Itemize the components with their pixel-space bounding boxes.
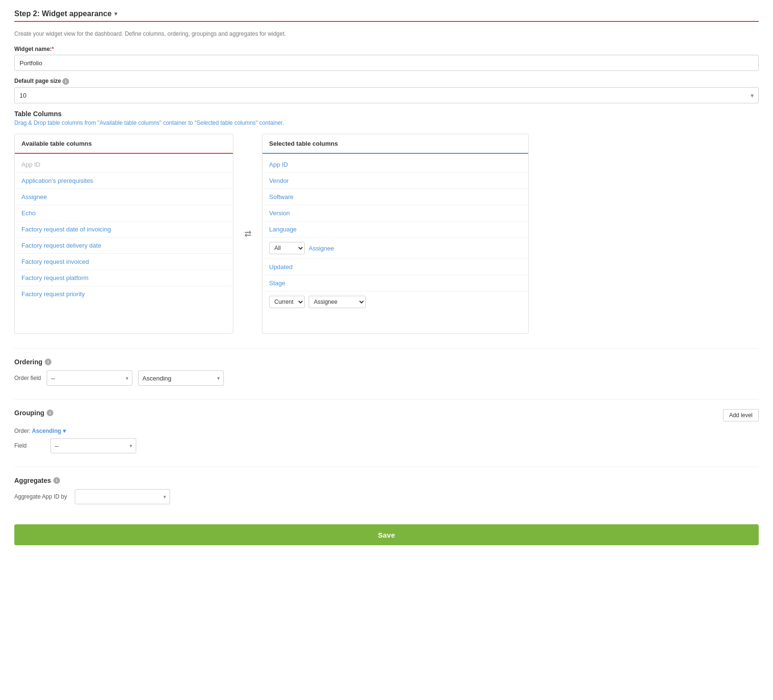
list-item-with-dropdown[interactable]: All Current Assignee [262,238,528,259]
list-item-current-assignee[interactable]: Current All Assignee [262,291,528,312]
grouping-header: Grouping i Add level [14,409,759,421]
grouping-field-label: Field [14,442,43,449]
widget-name-field: Widget name:* [14,46,759,78]
order-field-select[interactable]: -- [47,370,132,386]
ordering-info-icon: i [45,359,51,365]
header-divider [14,21,759,22]
widget-name-label: Widget name:* [14,46,759,52]
save-bar: Save [14,518,759,545]
aggregates-info-icon: i [53,477,60,484]
columns-panels-wrapper: Available table columns App ID Applicati… [14,134,759,334]
aggregate-select[interactable] [75,489,170,504]
order-field-label: Order field [14,375,41,381]
list-item[interactable]: Software [262,189,528,205]
required-marker: * [52,46,54,52]
step-title: Step 2: Widget appearance [14,10,111,18]
order-direction-select[interactable]: Ascending Descending [138,370,224,386]
list-item[interactable]: Updated [262,259,528,275]
table-columns-section: Table Columns Drag & Drop table columns … [14,110,759,334]
order-badge-label: Order: [14,428,30,434]
selected-columns-header: Selected table columns [262,134,528,154]
available-columns-panel: Available table columns App ID Applicati… [14,134,233,334]
grouping-section: Grouping i Add level Order: Ascending ▾ … [14,409,759,453]
selected-columns-panel: Selected table columns App ID Vendor Sof… [262,134,529,334]
default-page-size-label: Default page size i [14,78,759,85]
add-level-button[interactable]: Add level [723,409,759,421]
order-direction-select-wrapper: Ascending Descending ▾ [138,370,224,386]
transfer-icon: ⇄ [233,229,262,239]
list-item[interactable]: Vendor [262,173,528,189]
list-item[interactable]: Assignee [15,189,233,205]
widget-name-input[interactable] [14,55,759,71]
divider-1 [14,348,759,349]
list-item[interactable]: Version [262,205,528,221]
grouping-title: Grouping i [14,409,53,417]
order-badge: Order: Ascending ▾ [14,428,66,434]
chevron-icon: ▾ [114,10,117,17]
table-columns-title: Table Columns [14,110,759,118]
aggregate-label: Aggregate App ID by [14,493,67,500]
grouping-info-icon: i [47,410,53,416]
step-header: Step 2: Widget appearance ▾ [14,10,759,18]
assignee-filter-select-2[interactable]: Current All [269,296,305,308]
page-subtitle: Create your widget view for the dashboar… [14,30,759,37]
list-item[interactable]: App ID [262,157,528,173]
divider-2 [14,399,759,400]
list-item[interactable]: Language [262,221,528,238]
list-item[interactable]: App ID [15,157,233,173]
page-size-select-wrapper: 10 5 20 50 100 ▾ [14,87,759,103]
page-size-select[interactable]: 10 5 20 50 100 [14,87,759,103]
selected-columns-list: App ID Vendor Software Version Language … [262,154,528,315]
list-item[interactable]: Factory request delivery date [15,238,233,254]
grouping-row: Field -- ▾ [14,438,759,453]
ordering-title: Ordering i [14,358,759,366]
default-page-size-field: Default page size i 10 5 20 50 100 ▾ [14,78,759,103]
order-field-select-wrapper: -- ▾ [47,370,132,386]
divider-3 [14,467,759,467]
assignee-filter-select-1[interactable]: All Current [269,242,305,254]
assignee-label: Assignee [309,245,334,252]
ordering-section: Ordering i Order field -- ▾ Ascending De… [14,358,759,386]
save-button[interactable]: Save [14,524,759,545]
info-icon: i [62,78,69,85]
list-item[interactable]: Factory request invoiced [15,254,233,270]
aggregates-section: Aggregates i Aggregate App ID by ▾ [14,477,759,504]
aggregates-row: Aggregate App ID by ▾ [14,489,759,504]
grouping-field-select-wrapper: -- ▾ [50,438,136,453]
list-item[interactable]: Application's prerequisites [15,173,233,189]
list-item[interactable]: Factory request platform [15,270,233,286]
available-columns-list: App ID Application's prerequisites Assig… [15,154,233,305]
list-item[interactable]: Factory request date of invoicing [15,221,233,238]
list-item[interactable]: Echo [15,205,233,221]
ordering-row: Order field -- ▾ Ascending Descending ▾ [14,370,759,386]
available-columns-header: Available table columns [15,134,233,154]
order-badge-value[interactable]: Ascending ▾ [32,428,66,434]
grouping-field-select[interactable]: -- [50,438,136,453]
list-item[interactable]: Factory request priority [15,286,233,302]
list-item[interactable]: Stage [262,275,528,291]
assignee-type-select[interactable]: Assignee [309,296,366,308]
aggregates-title: Aggregates i [14,477,759,484]
table-columns-subtitle: Drag & Drop table columns from "Availabl… [14,120,759,126]
aggregate-select-wrapper: ▾ [75,489,170,504]
